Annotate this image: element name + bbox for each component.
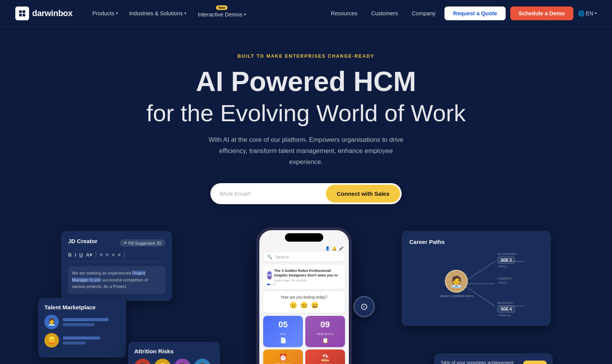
nav-company[interactable]: Company — [407, 7, 440, 20]
phone-app-grid: ⏰ Attendance ⛱️ Leaves 💵 Travel & Expens… — [263, 349, 345, 364]
nav-demos[interactable]: New Interactive Demos ▾ — [193, 6, 251, 21]
phone-screen-container: 👤 🔔 🎤 🔍 Search VR The 3 Golden Rules Pro… — [256, 227, 352, 364]
align-justify-icon: ≡ — [118, 252, 121, 258]
avatar: 👱 — [44, 333, 59, 348]
face-scan-icon: ⊙ — [360, 301, 368, 312]
career-shortest: SHORTEST SDE 4 + SKILLS — [497, 301, 515, 317]
language-selector[interactable]: 🌐 EN ▾ — [578, 10, 597, 16]
mic-icon: 🎤 — [339, 246, 343, 250]
chevron-down-icon: ▾ — [116, 11, 118, 15]
career-paths-card: Career Paths 🧑‍💼 JOHN'S CAREER PATH SUGG… — [402, 231, 551, 326]
doc-icon: 📄 — [266, 337, 300, 343]
connect-sales-button[interactable]: Connect with Sales — [326, 185, 400, 203]
bell-icon: 🔔 — [332, 246, 337, 250]
career-avatar: 🧑‍💼 — [445, 270, 468, 293]
align-center-icon: ≡ — [106, 252, 109, 258]
career-suggested: SUGGESTED SDE 3 +SKILL — [497, 252, 516, 268]
svg-rect-1 — [23, 10, 25, 13]
star-icon: ✦ — [124, 240, 127, 245]
phone-notch — [285, 233, 323, 242]
article-sender: VR The 3 Golden Rules Professional Graph… — [267, 268, 341, 282]
jd-text-area: We are seeking an experienced Project Ma… — [68, 266, 165, 294]
nav-resources[interactable]: Resources — [326, 7, 362, 20]
objectives-text: 54% of your reportees achievement % have… — [441, 359, 519, 364]
nav-customers[interactable]: Customers — [366, 7, 402, 20]
svg-rect-0 — [19, 10, 22, 13]
phone-mood-card: How are you feeling today? 😐😊😄 — [263, 291, 345, 313]
italic-icon: I — [75, 252, 76, 258]
align-left-icon: ≡ — [100, 252, 103, 258]
svg-rect-2 — [19, 14, 22, 16]
hero-section: BUILT TO MAKE ENTERPRISES CHANGE-READY A… — [0, 27, 612, 235]
phone-article-card: VR The 3 Golden Rules Professional Graph… — [263, 265, 345, 289]
hero-title: AI Powered HCM for the Evolving World of… — [15, 67, 597, 127]
phone-mockup: 👤 🔔 🎤 🔍 Search VR The 3 Golden Rules Pro… — [256, 227, 356, 364]
career-center: 🧑‍💼 JOHN'S CAREER PATH — [440, 270, 473, 298]
divider: | — [95, 251, 97, 258]
avatar: 👩‍💼 — [44, 315, 59, 329]
request-quote-button[interactable]: Request a Quote — [444, 6, 505, 20]
logo[interactable]: darwinbox — [15, 6, 73, 20]
logo-text: darwinbox — [32, 8, 73, 18]
chevron-down-icon: ▾ — [595, 11, 597, 15]
cards-section: JD Creator ✦ Fill Suggested JD B I U A▾ … — [0, 235, 612, 364]
phone-stats-row: 05 DOC 📄 09 REQUESTS 📋 — [263, 316, 345, 347]
logo-icon — [15, 6, 29, 20]
phone-status-bar: 👤 🔔 🎤 — [259, 245, 349, 252]
article-dots — [267, 284, 341, 285]
mood-emojis: 😐😊😄 — [267, 302, 341, 309]
stat-requests: 09 REQUESTS 📋 — [305, 316, 345, 347]
grid-leaves: ⛱️ Leaves — [305, 349, 345, 364]
career-node-sde4: SDE 4 — [497, 306, 515, 313]
talent-bars — [63, 336, 120, 344]
nav-right: Resources Customers Company Request a Qu… — [326, 6, 597, 20]
attrition-title: Attrition Risks — [134, 348, 174, 354]
article-meta: The 3 Golden Rules Professional Graphic … — [274, 268, 341, 282]
chevron-down-icon: ▾ — [184, 11, 186, 15]
career-lines-svg — [409, 249, 543, 318]
talent-title: Talent Marketplace — [44, 304, 96, 310]
sender-avatar: VR — [267, 271, 272, 280]
schedule-demo-button[interactable]: Schedule a Demo — [510, 6, 573, 20]
objectives-card: 54% of your reportees achievement % have… — [434, 353, 553, 364]
talent-bar-1 — [63, 318, 109, 321]
career-title: Career Paths — [409, 239, 445, 245]
globe-icon: 🌐 — [578, 10, 584, 16]
nav-links: Products ▾ Industries & Solutions ▾ New … — [88, 6, 326, 21]
career-diagram: 🧑‍💼 JOHN'S CAREER PATH SUGGESTED SDE 3 +… — [409, 249, 543, 318]
jd-creator-card: JD Creator ✦ Fill Suggested JD B I U A▾ … — [61, 231, 172, 301]
nav-industries[interactable]: Industries & Solutions ▾ — [125, 7, 191, 20]
career-node-sde3: SDE 3 — [497, 257, 515, 264]
underline-icon: U — [79, 252, 83, 258]
nav-products[interactable]: Products ▾ — [88, 7, 122, 20]
phone-search-bar[interactable]: 🔍 Search — [263, 252, 345, 262]
profile-icon: 👤 — [325, 246, 330, 250]
hero-tag: BUILT TO MAKE ENTERPRISES CHANGE-READY — [15, 54, 597, 59]
phone-screen: 👤 🔔 🎤 🔍 Search VR The 3 Golden Rules Pro… — [259, 230, 349, 364]
talent-row-2: 👱 — [44, 333, 120, 348]
act-button[interactable]: ACT › — [523, 361, 547, 364]
avatar: 🧑 No Risk — [194, 359, 211, 364]
attrition-risks-card: Attrition Risks 👩 High Risk 👱 No Risk 👨 … — [128, 342, 220, 364]
talent-bar-2 — [63, 323, 94, 326]
hero-subtitle: With AI at the core of our platform. Emp… — [207, 135, 405, 168]
chevron-down-icon: ▾ — [244, 12, 246, 16]
navbar: darwinbox Products ▾ Industries & Soluti… — [0, 0, 612, 27]
grid-attendance: ⏰ Attendance — [263, 349, 303, 364]
avatar: 👨 High Risk — [174, 359, 191, 364]
face-scan-button[interactable]: ⊙ — [353, 296, 375, 317]
font-color-icon: A▾ — [86, 252, 92, 258]
talent-bar-1 — [63, 336, 100, 340]
divider: | — [124, 251, 125, 258]
jd-creator-title: JD Creator — [68, 238, 98, 244]
hero-form: Connect with Sales — [210, 183, 402, 204]
talent-row-1: 👩‍💼 — [44, 315, 120, 329]
jd-badge: ✦ Fill Suggested JD — [120, 239, 165, 247]
toolbar: B I U A▾ | ≡ ≡ ≡ ≡ | — [68, 251, 165, 262]
career-common: COMMON +SKILL — [497, 277, 511, 284]
requests-icon: 📋 — [308, 337, 342, 343]
svg-rect-3 — [23, 14, 25, 16]
bold-icon: B — [68, 252, 72, 258]
email-input[interactable] — [210, 184, 324, 204]
attrition-avatars: 👩 High Risk 👱 No Risk 👨 High Risk 🧑 No R… — [134, 359, 214, 364]
